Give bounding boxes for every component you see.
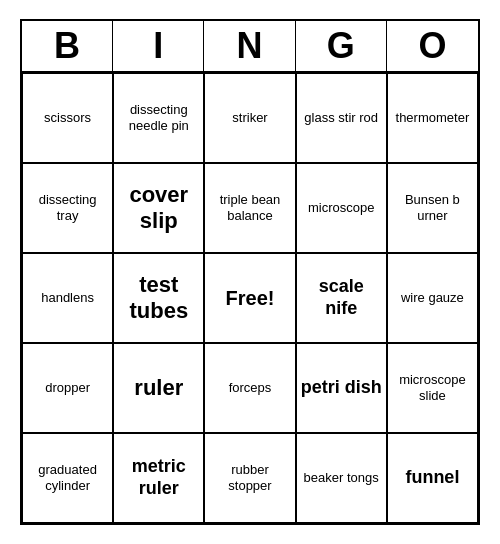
bingo-cell: handlens [22, 253, 113, 343]
bingo-cell: thermometer [387, 73, 478, 163]
header-letter: I [113, 21, 204, 71]
bingo-cell: dissecting tray [22, 163, 113, 253]
bingo-cell: glass stir rod [296, 73, 387, 163]
bingo-cell: Free! [204, 253, 295, 343]
bingo-cell: ruler [113, 343, 204, 433]
bingo-cell: graduated cylinder [22, 433, 113, 523]
bingo-cell: funnel [387, 433, 478, 523]
bingo-cell: Bunsen b urner [387, 163, 478, 253]
bingo-card: BINGO scissorsdissecting needle pinstrik… [20, 19, 480, 525]
header-letter: N [204, 21, 295, 71]
bingo-cell: petri dish [296, 343, 387, 433]
bingo-cell: scissors [22, 73, 113, 163]
bingo-cell: test tubes [113, 253, 204, 343]
bingo-cell: wire gauze [387, 253, 478, 343]
bingo-cell: microscope [296, 163, 387, 253]
bingo-header: BINGO [22, 21, 478, 73]
bingo-grid: scissorsdissecting needle pinstrikerglas… [22, 73, 478, 523]
bingo-cell: forceps [204, 343, 295, 433]
bingo-cell: dropper [22, 343, 113, 433]
bingo-cell: beaker tongs [296, 433, 387, 523]
header-letter: B [22, 21, 113, 71]
bingo-cell: rubber stopper [204, 433, 295, 523]
header-letter: G [296, 21, 387, 71]
bingo-cell: triple bean balance [204, 163, 295, 253]
bingo-cell: microscope slide [387, 343, 478, 433]
bingo-cell: cover slip [113, 163, 204, 253]
bingo-cell: scale nife [296, 253, 387, 343]
bingo-cell: striker [204, 73, 295, 163]
bingo-cell: dissecting needle pin [113, 73, 204, 163]
bingo-cell: metric ruler [113, 433, 204, 523]
header-letter: O [387, 21, 478, 71]
